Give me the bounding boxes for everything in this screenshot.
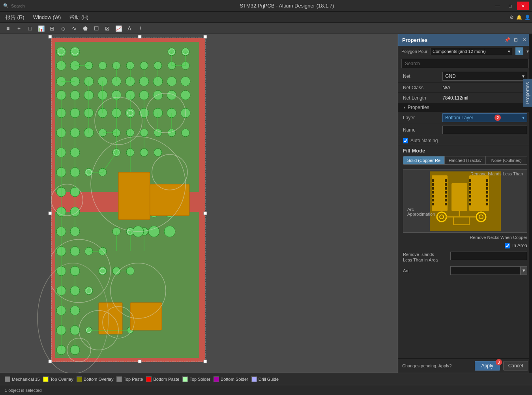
menu-item-help[interactable]: 帮助 (H) (66, 12, 92, 23)
menu-item-report[interactable]: 报告 (R) (2, 12, 28, 23)
cross-tool-button[interactable]: ⊠ (103, 24, 112, 33)
svg-rect-240 (486, 199, 488, 201)
status-bar: 1 object is selected (0, 385, 532, 395)
pin-button[interactable]: 📌 (504, 36, 511, 43)
remove-islands-in-area-label: Remove IslandsLess Than in Area (403, 252, 450, 263)
pcb-background-svg: 1 (0, 34, 398, 373)
layer-dropdown[interactable]: Bottom Layer 2 ▾ (442, 113, 527, 122)
svg-rect-203 (204, 360, 207, 363)
svg-rect-221 (445, 179, 447, 182)
auto-naming-row: Auto Naming (398, 136, 532, 145)
fill-mode-tabs: Solid (Copper Re Hatched (Tracks/ None (… (403, 156, 527, 165)
bottom-overlay-color (77, 376, 82, 382)
filter-icon[interactable]: ▼ (515, 47, 523, 55)
text-tool-button[interactable]: A (125, 24, 134, 33)
top-solder-name: Top Solder (189, 377, 210, 382)
line-tool-button[interactable]: / (136, 24, 145, 33)
fill-tab-hatched[interactable]: Hatched (Tracks/ (445, 156, 486, 164)
svg-rect-110 (150, 184, 189, 216)
add-tool-button[interactable]: + (14, 24, 24, 33)
mechanical15-color (5, 376, 10, 382)
svg-point-33 (181, 77, 190, 86)
properties-title: Properties (402, 37, 427, 43)
check-tool-button[interactable]: ☐ (92, 24, 101, 33)
cancel-button[interactable]: Cancel (503, 361, 528, 371)
menu-bar: 报告 (R) Window (W) 帮助 (H) ⚙ 🔔 👤 (0, 12, 532, 23)
svg-rect-226 (445, 199, 447, 201)
net-row: Net GND ▾ (398, 70, 532, 83)
svg-point-43 (153, 90, 163, 100)
menu-item-window[interactable]: Window (W) (29, 13, 65, 22)
layer-mechanical15: Mechanical 15 (5, 376, 40, 382)
top-paste-name: Top Paste (124, 377, 143, 382)
remove-islands-input[interactable]: 2500 sq.mils (450, 252, 527, 260)
grid-tool-button[interactable]: ⊞ (47, 24, 57, 33)
layer-bottom-paste: Bottom Paste (146, 376, 179, 382)
svg-rect-239 (486, 195, 488, 198)
svg-rect-236 (486, 183, 488, 186)
net-class-label: Net Class (403, 85, 442, 90)
properties-search-input[interactable] (401, 59, 529, 68)
properties-panel: Properties 📌 ⊡ ✕ Polygon Pour Components… (398, 34, 532, 373)
float-button[interactable]: ⊡ (512, 36, 519, 43)
arc-unit-dropdown[interactable]: ▾ (521, 266, 527, 275)
svg-rect-216 (432, 187, 434, 190)
svg-rect-196 (49, 212, 52, 215)
svg-rect-238 (486, 191, 488, 194)
user-icon[interactable]: 👤 (525, 15, 530, 20)
main-layout: 1 Properties 📌 ⊡ ✕ Polygon Pour (0, 34, 532, 373)
top-solder-color (182, 376, 188, 382)
svg-rect-198 (138, 35, 141, 38)
notification-icon[interactable]: 🔔 (516, 15, 522, 20)
chevron-down-icon: ▾ (508, 49, 510, 54)
net-chevron-icon: ▾ (522, 73, 525, 79)
svg-point-65 (182, 129, 189, 137)
close-button[interactable]: ✕ (517, 2, 529, 10)
svg-rect-229 (469, 183, 471, 186)
in-area-label[interactable]: In Area (512, 243, 527, 248)
svg-rect-213 (469, 175, 489, 211)
pcb-canvas[interactable]: 1 (0, 34, 398, 373)
side-properties-label[interactable]: Properties (523, 79, 532, 107)
arc-input[interactable]: 0.5mil (450, 266, 521, 275)
remove-necks-label: Remove Necks When Copper (403, 235, 527, 240)
net-length-label: Net Length (403, 95, 442, 101)
minimize-button[interactable]: — (492, 2, 504, 10)
top-overlay-color (43, 376, 49, 382)
apply-button[interactable]: Apply 3 (475, 361, 500, 371)
svg-rect-232 (469, 195, 471, 198)
svg-point-75 (154, 149, 162, 156)
wave-tool-button[interactable]: ∿ (69, 24, 79, 33)
arc-label: Arc (403, 268, 450, 273)
title-search-input[interactable] (11, 4, 70, 8)
net-length-row: Net Length 7840.112mil (398, 93, 532, 103)
filter-tool-button[interactable]: ≡ (3, 24, 13, 33)
auto-naming-checkbox[interactable] (403, 138, 408, 143)
svg-rect-220 (432, 203, 434, 205)
section-triangle-icon: ▼ (403, 106, 406, 109)
name-input[interactable] (442, 126, 527, 134)
drill-guide-name: Drill Guide (259, 377, 279, 382)
fill-tab-solid[interactable]: Solid (Copper Re (403, 156, 445, 164)
maximize-button[interactable]: □ (504, 2, 516, 10)
svg-rect-224 (445, 191, 447, 194)
net-label: Net (403, 73, 442, 79)
filter-dropdown[interactable]: Components (and 12 more) ▾ (431, 48, 512, 55)
settings-icon[interactable]: ⚙ (510, 15, 514, 20)
layer-badge: 2 (495, 115, 501, 121)
section-properties[interactable]: ▼ Properties (398, 103, 532, 112)
graph-tool-button[interactable]: 📈 (114, 24, 123, 33)
in-area-checkbox[interactable] (505, 243, 510, 248)
auto-naming-label[interactable]: Auto Naming (410, 138, 438, 143)
diamond-tool-button[interactable]: ◇ (58, 24, 68, 33)
fill-tab-none[interactable]: None (Outlines) (486, 156, 527, 164)
filter-value: Components (and 12 more) (433, 49, 486, 54)
rect-tool-button[interactable]: □ (25, 24, 35, 33)
poly-tool-button[interactable]: ⬟ (81, 24, 90, 33)
close-panel-button[interactable]: ✕ (521, 36, 528, 43)
layer-value: Bottom Layer (445, 115, 473, 120)
chart-tool-button[interactable]: 📊 (36, 24, 46, 33)
svg-rect-214 (432, 179, 434, 182)
net-dropdown[interactable]: GND ▾ (442, 72, 527, 81)
drill-guide-color (251, 376, 257, 382)
